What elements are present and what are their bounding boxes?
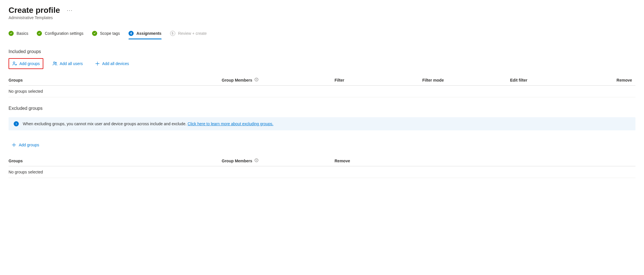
button-label: Add all devices (102, 61, 129, 66)
empty-state: No groups selected (9, 166, 635, 178)
included-groups-heading: Included groups (9, 49, 635, 54)
table-row: No groups selected (9, 166, 635, 178)
check-icon (9, 31, 14, 36)
excluded-groups-heading: Excluded groups (9, 106, 635, 111)
included-groups-table: Groups Group Members Filter Filter mode … (9, 75, 635, 97)
col-filter-mode: Filter mode (422, 75, 510, 86)
add-excluded-groups-button[interactable]: Add groups (9, 140, 42, 150)
tab-configuration-settings[interactable]: Configuration settings (37, 31, 83, 39)
col-remove: Remove (335, 155, 635, 166)
included-toolbar: Add groups Add all users Add all devices (9, 58, 635, 69)
svg-point-2 (55, 62, 57, 64)
button-label: Add groups (19, 143, 39, 147)
plus-icon (95, 61, 100, 66)
add-groups-button[interactable]: Add groups (9, 58, 43, 69)
table-row: No groups selected (9, 86, 635, 97)
tab-assignments[interactable]: 4 Assignments (129, 31, 162, 39)
info-banner: When excluding groups, you cannot mix us… (9, 117, 635, 130)
page-title: Create profile (9, 6, 60, 15)
tab-label: Review + create (178, 31, 207, 36)
col-groups: Groups (9, 75, 222, 86)
info-banner-text: When excluding groups, you cannot mix us… (23, 122, 273, 126)
button-label: Add groups (19, 61, 40, 66)
col-group-members: Group Members (222, 155, 335, 166)
tab-label: Configuration settings (45, 31, 83, 36)
empty-state: No groups selected (9, 86, 635, 97)
tab-label: Assignments (136, 31, 162, 36)
people-icon (52, 61, 58, 66)
person-add-icon (12, 61, 17, 66)
col-remove: Remove (592, 75, 635, 86)
learn-more-link[interactable]: Click here to learn more about excluding… (188, 122, 273, 126)
info-icon[interactable] (253, 78, 258, 82)
excluded-groups-table: Groups Group Members Remove No groups se… (9, 155, 635, 178)
tab-label: Scope tags (100, 31, 120, 36)
col-group-members: Group Members (222, 75, 335, 86)
add-all-devices-button[interactable]: Add all devices (92, 59, 132, 68)
step-number-icon: 5 (170, 31, 175, 36)
check-icon (37, 31, 42, 36)
svg-point-1 (53, 62, 55, 63)
check-icon (92, 31, 97, 36)
tab-scope-tags[interactable]: Scope tags (92, 31, 120, 39)
plus-icon (11, 142, 17, 147)
col-filter: Filter (335, 75, 422, 86)
info-icon[interactable] (253, 158, 258, 162)
page-subtitle: Administrative Templates (9, 15, 635, 20)
wizard-tabs: Basics Configuration settings Scope tags… (9, 31, 635, 39)
info-icon (14, 121, 19, 126)
svg-point-0 (13, 62, 15, 64)
more-actions-button[interactable]: ··· (66, 8, 74, 13)
tab-label: Basics (17, 31, 28, 36)
tab-review-create[interactable]: 5 Review + create (170, 31, 207, 39)
col-groups: Groups (9, 155, 222, 166)
step-number-icon: 4 (129, 31, 134, 36)
col-edit-filter: Edit filter (510, 75, 592, 86)
tab-basics[interactable]: Basics (9, 31, 28, 39)
button-label: Add all users (60, 61, 83, 66)
add-all-users-button[interactable]: Add all users (50, 59, 86, 68)
